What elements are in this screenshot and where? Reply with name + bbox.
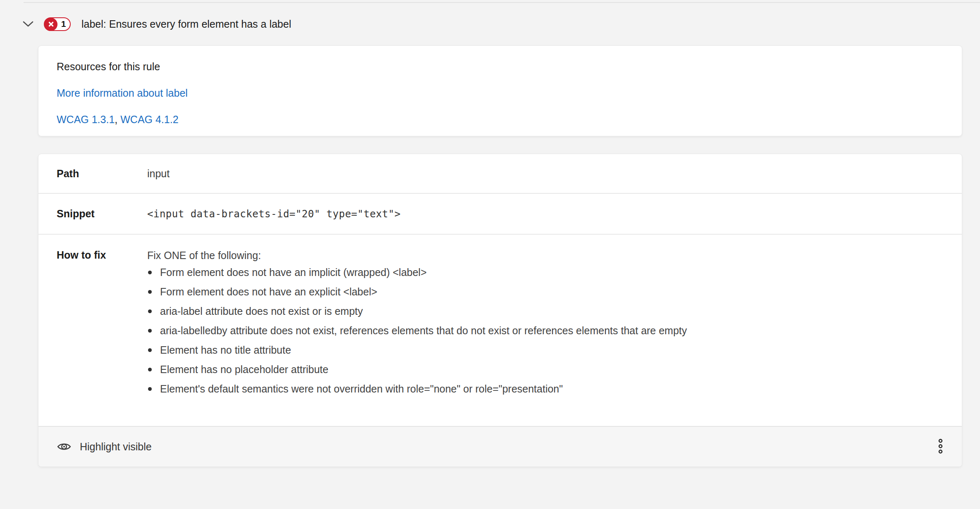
fix-item: Form element does not have an implicit (… [147,266,687,278]
card-footer: Highlight visible [38,426,962,466]
links-separator: , [115,114,120,125]
wcag-412-link[interactable]: WCAG 4.1.2 [120,114,178,125]
issue-header: 1 label: Ensures every form element has … [23,16,291,32]
how-to-fix-content: Fix ONE of the following: Form element d… [147,249,687,395]
list-separator [24,2,980,3]
resources-card: Resources for this rule More information… [38,45,962,136]
eye-icon [57,442,72,452]
fix-item: Element's default semantics were not ove… [147,383,687,395]
error-count-badge: 1 [44,17,71,31]
highlight-visible-label: Highlight visible [80,441,152,453]
fix-item: aria-labelledby attribute does not exist… [147,324,687,337]
snippet-code: <input data-brackets-id="20" type="text"… [147,208,401,220]
issue-title: label: Ensures every form element has a … [81,18,291,30]
snippet-row: Snippet <input data-brackets-id="20" typ… [38,194,962,235]
chevron-down-icon[interactable] [23,21,33,27]
issue-details-card: Path input Snippet <input data-brackets-… [38,154,962,467]
wcag-131-link[interactable]: WCAG 1.3.1 [57,114,115,125]
fix-item: Form element does not have an explicit <… [147,285,687,298]
path-row: Path input [38,154,962,194]
fix-intro: Fix ONE of the following: [147,249,687,262]
error-x-icon [44,18,57,31]
wcag-links-line: WCAG 1.3.1, WCAG 4.1.2 [57,113,962,126]
how-to-fix-label: How to fix [57,249,147,261]
more-vertical-icon [938,439,943,455]
more-options-button[interactable] [932,435,949,458]
fix-item: aria-label attribute does not exist or i… [147,305,687,317]
fix-list: Form element does not have an implicit (… [147,266,687,395]
path-label: Path [57,168,147,180]
more-information-link[interactable]: More information about label [57,87,188,99]
snippet-label: Snippet [57,208,147,220]
highlight-visible-button[interactable]: Highlight visible [57,441,152,453]
resources-heading: Resources for this rule [57,60,962,73]
path-value: input [147,168,170,180]
fix-item: Element has no title attribute [147,344,687,356]
error-count: 1 [57,18,70,30]
fix-item: Element has no placeholder attribute [147,363,687,376]
how-to-fix-row: How to fix Fix ONE of the following: For… [38,235,962,427]
